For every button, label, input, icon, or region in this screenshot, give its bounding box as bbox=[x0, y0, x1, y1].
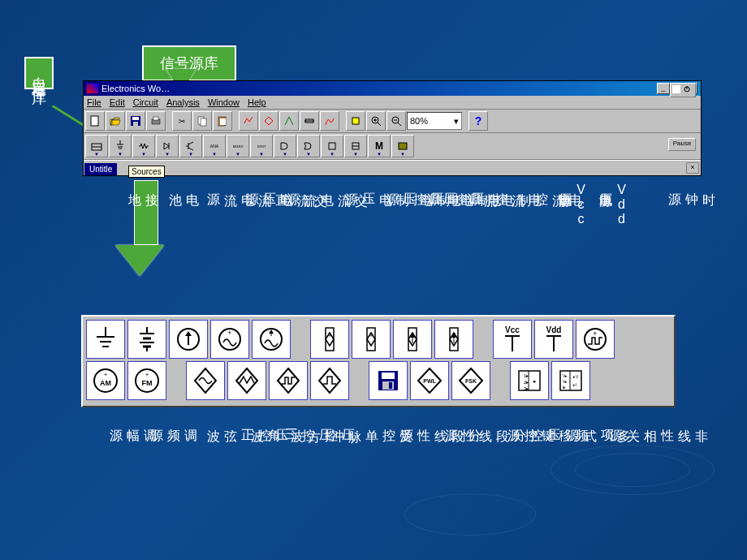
component-toolbar: ANA MIXED DIGIT M Pause bbox=[84, 133, 701, 160]
svg-text:Vdd: Vdd bbox=[546, 325, 562, 334]
menu-edit[interactable]: Edit bbox=[110, 97, 125, 107]
graph1-button[interactable] bbox=[239, 111, 258, 131]
cccs-source-button[interactable] bbox=[434, 320, 473, 359]
down-arrow-icon bbox=[128, 180, 164, 276]
menu-analysis[interactable]: Analysis bbox=[166, 97, 200, 107]
ac-current-source-button[interactable] bbox=[252, 320, 291, 359]
svg-text:▸V: ▸V bbox=[573, 374, 579, 379]
zoom-combo[interactable]: 80%▾ bbox=[407, 112, 462, 130]
analog-lib-button[interactable]: ANA bbox=[203, 135, 226, 157]
ground-source-button[interactable] bbox=[86, 320, 125, 359]
zoom-in-button[interactable] bbox=[366, 111, 386, 131]
paste-button[interactable] bbox=[213, 111, 232, 131]
print-button[interactable] bbox=[146, 111, 166, 131]
vdd-source-button[interactable]: Vdd bbox=[534, 320, 573, 359]
nonlinear-source-button[interactable]: V▸V▸I▸▸V▸I bbox=[551, 361, 590, 400]
misc-m-button[interactable]: M bbox=[368, 135, 391, 157]
svg-text:V▸: V▸ bbox=[563, 373, 568, 378]
svg-line-33 bbox=[188, 148, 193, 150]
svg-rect-37 bbox=[399, 143, 407, 149]
analysis-button[interactable] bbox=[320, 111, 339, 131]
vccs-source-button[interactable]: + bbox=[352, 320, 391, 359]
save-button[interactable] bbox=[126, 111, 145, 131]
svg-text:+: + bbox=[104, 371, 108, 378]
svg-rect-21 bbox=[672, 85, 680, 93]
pause-button[interactable]: Pause bbox=[668, 138, 696, 151]
svg-marker-55 bbox=[269, 330, 274, 334]
poly-source-button[interactable]: 1▸2▸3▸▸ bbox=[510, 361, 549, 400]
sources-lib-button[interactable] bbox=[109, 135, 132, 157]
vpwl-source-button[interactable]: PWL bbox=[410, 361, 449, 400]
svg-text:+: + bbox=[328, 332, 332, 339]
palette-row-2: +AM+FMPWLFSK1▸2▸3▸▸V▸V▸I▸▸V▸I bbox=[86, 361, 671, 400]
ac-voltage-source-button[interactable]: + bbox=[210, 320, 249, 359]
svg-text:PWL: PWL bbox=[423, 378, 436, 384]
cut-button[interactable]: ✂ bbox=[172, 111, 192, 131]
palette-row-1: +++VccVdd+ bbox=[86, 320, 671, 359]
bg-ripple bbox=[404, 493, 536, 536]
source-label: 时钟源 bbox=[666, 183, 717, 183]
minimize-button[interactable]: _ bbox=[657, 83, 670, 94]
svg-rect-81 bbox=[382, 373, 395, 379]
app-icon bbox=[87, 84, 98, 93]
menu-circuit[interactable]: Circuit bbox=[133, 97, 158, 107]
document-tab[interactable]: Untitle bbox=[84, 163, 117, 175]
copy-button[interactable] bbox=[192, 111, 212, 131]
svg-text:▸I: ▸I bbox=[573, 382, 576, 387]
clock-source-button[interactable]: + bbox=[576, 320, 615, 359]
vco-tri-source-button[interactable] bbox=[227, 361, 266, 400]
standard-toolbar: ✂ 80%▾ ? bbox=[84, 110, 701, 133]
bg-ripple bbox=[575, 453, 690, 487]
open-button[interactable] bbox=[106, 111, 125, 131]
menu-file[interactable]: File bbox=[87, 97, 101, 107]
fm-source-button[interactable]: +FM bbox=[127, 361, 166, 400]
digital-lib-button[interactable]: DIGIT bbox=[250, 135, 273, 157]
power-switch[interactable] bbox=[670, 83, 696, 97]
basic-lib-button[interactable] bbox=[132, 135, 155, 157]
ic2-lib-button[interactable] bbox=[344, 135, 367, 157]
vcvs-source-button[interactable]: + bbox=[310, 320, 349, 359]
transistor-lib-button[interactable] bbox=[179, 135, 202, 157]
diode-lib-button[interactable] bbox=[156, 135, 179, 157]
find-button[interactable] bbox=[346, 111, 365, 131]
gate2-lib-button[interactable] bbox=[297, 135, 320, 157]
svg-text:▸: ▸ bbox=[533, 378, 537, 384]
fsk-source-button[interactable]: FSK bbox=[451, 361, 490, 400]
dc-current-source-button[interactable] bbox=[169, 320, 208, 359]
chevron-down-icon: ▾ bbox=[454, 116, 459, 127]
vco-sq-source-button[interactable] bbox=[269, 361, 308, 400]
vcc-source-button[interactable]: Vcc bbox=[493, 320, 532, 359]
ccvs-source-button[interactable] bbox=[393, 320, 432, 359]
menu-window[interactable]: Window bbox=[208, 97, 240, 107]
svg-text:Vcc: Vcc bbox=[505, 325, 520, 334]
ic1-lib-button[interactable] bbox=[321, 135, 343, 157]
help-button[interactable]: ? bbox=[468, 111, 488, 131]
mixed-lib-button[interactable]: MIXED bbox=[227, 135, 249, 157]
svg-text:1▸: 1▸ bbox=[524, 373, 529, 378]
source-label: Vcc 电压源 bbox=[556, 183, 588, 226]
sources-tooltip: Sources bbox=[128, 166, 165, 178]
svg-text:V▸: V▸ bbox=[563, 379, 568, 384]
pulse-source-button[interactable] bbox=[310, 361, 349, 400]
vco-sine-source-button[interactable] bbox=[186, 361, 225, 400]
svg-text:I▸: I▸ bbox=[563, 385, 566, 390]
svg-rect-10 bbox=[220, 118, 226, 125]
zoom-out-button[interactable] bbox=[386, 111, 406, 131]
doc-close-button[interactable]: × bbox=[686, 162, 699, 174]
am-source-button[interactable]: +AM bbox=[86, 361, 125, 400]
graph4-button[interactable] bbox=[300, 111, 319, 131]
battery-source-button[interactable] bbox=[127, 320, 166, 359]
svg-rect-6 bbox=[153, 117, 158, 120]
graph3-button[interactable] bbox=[279, 111, 299, 131]
menubar: File Edit Circuit Analysis Window Help bbox=[84, 96, 701, 110]
indicator-lib-button[interactable] bbox=[391, 135, 414, 157]
menu-help[interactable]: Help bbox=[248, 97, 266, 107]
svg-rect-83 bbox=[389, 382, 392, 389]
gate1-lib-button[interactable] bbox=[274, 135, 296, 157]
source-label: Vdd 电压源 bbox=[597, 183, 628, 226]
graph2-button[interactable] bbox=[259, 111, 279, 131]
custom-lib-button[interactable] bbox=[85, 135, 108, 157]
new-button[interactable] bbox=[85, 111, 105, 131]
pwl-file-source-button[interactable] bbox=[369, 361, 408, 400]
source-label: 电池 bbox=[166, 183, 201, 183]
